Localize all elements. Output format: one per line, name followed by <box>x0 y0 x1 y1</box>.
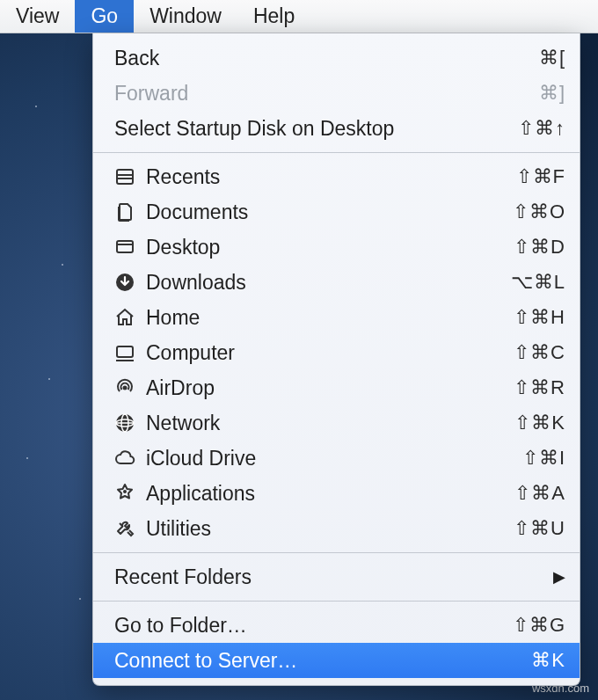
menu-item-forward: Forward ⌘] <box>93 76 580 111</box>
menubar-go[interactable]: Go <box>75 0 134 33</box>
menu-shortcut: ⇧⌘G <box>513 614 565 637</box>
go-menu-dropdown: Back ⌘[ Forward ⌘] Select Startup Disk o… <box>92 33 580 686</box>
documents-icon <box>114 201 146 222</box>
menubar-view[interactable]: View <box>0 0 75 33</box>
menubar: View Go Window Help <box>0 0 598 33</box>
icloud-icon <box>114 448 146 469</box>
menu-label: Computer <box>146 341 514 365</box>
menu-item-airdrop[interactable]: AirDrop ⇧⌘R <box>93 370 580 405</box>
menu-label: Recent Folders <box>114 565 548 589</box>
menu-item-applications[interactable]: Applications ⇧⌘A <box>93 476 580 511</box>
menu-label: Forward <box>114 82 539 106</box>
menu-shortcut: ⇧⌘F <box>516 165 565 188</box>
menu-label: iCloud Drive <box>146 447 522 470</box>
menubar-window[interactable]: Window <box>134 0 237 33</box>
svg-point-8 <box>123 386 128 390</box>
menu-item-back[interactable]: Back ⌘[ <box>93 40 580 76</box>
menu-label: Select Startup Disk on Desktop <box>114 117 518 141</box>
menu-shortcut: ⇧⌘I <box>522 447 565 470</box>
menu-shortcut: ⇧⌘C <box>514 341 565 364</box>
menu-label: Recents <box>146 165 516 189</box>
home-icon <box>114 307 146 328</box>
menu-item-connect-to-server[interactable]: Connect to Server… ⌘K <box>93 643 580 678</box>
airdrop-icon <box>114 377 146 398</box>
menu-label: Documents <box>146 201 513 224</box>
menu-label: AirDrop <box>146 376 514 400</box>
computer-icon <box>114 342 146 363</box>
menu-label: Connect to Server… <box>114 649 531 673</box>
desktop-icon <box>114 237 146 258</box>
menu-label: Applications <box>146 482 514 506</box>
menu-label: Back <box>114 47 539 70</box>
menu-item-documents[interactable]: Documents ⇧⌘O <box>93 194 580 230</box>
menu-label: Home <box>146 306 514 330</box>
svg-point-13 <box>123 490 127 493</box>
svg-rect-0 <box>117 170 133 184</box>
menu-item-computer[interactable]: Computer ⇧⌘C <box>93 335 580 370</box>
menubar-help[interactable]: Help <box>237 0 310 33</box>
menu-label: Downloads <box>146 271 511 295</box>
menu-item-go-to-folder[interactable]: Go to Folder… ⇧⌘G <box>93 608 580 643</box>
menu-item-recents[interactable]: Recents ⇧⌘F <box>93 159 580 194</box>
menu-separator <box>93 552 580 553</box>
menu-item-home[interactable]: Home ⇧⌘H <box>93 300 580 335</box>
menu-item-desktop[interactable]: Desktop ⇧⌘D <box>93 230 580 265</box>
menu-label: Utilities <box>146 517 514 541</box>
recents-icon <box>114 166 146 187</box>
applications-icon <box>114 483 146 504</box>
menu-shortcut: ⇧⌘R <box>514 376 565 399</box>
svg-rect-3 <box>117 241 133 252</box>
menu-item-utilities[interactable]: Utilities ⇧⌘U <box>93 511 580 546</box>
menu-separator <box>93 152 580 153</box>
network-icon <box>114 412 146 434</box>
menu-item-recent-folders[interactable]: Recent Folders ▶ <box>93 559 580 594</box>
menu-shortcut: ⌘] <box>539 82 565 105</box>
menu-shortcut: ⇧⌘A <box>514 482 565 505</box>
menu-item-downloads[interactable]: Downloads ⌥⌘L <box>93 265 580 300</box>
menu-shortcut: ⇧⌘H <box>514 306 565 329</box>
menu-shortcut: ⇧⌘K <box>514 412 565 434</box>
menu-shortcut: ⌥⌘L <box>511 271 565 294</box>
svg-rect-6 <box>117 346 133 357</box>
menu-shortcut: ⇧⌘D <box>514 236 565 259</box>
downloads-icon <box>114 272 146 293</box>
menu-item-network[interactable]: Network ⇧⌘K <box>93 405 580 441</box>
menu-label: Network <box>146 412 514 435</box>
menu-separator <box>93 601 580 602</box>
menu-label: Desktop <box>146 236 514 259</box>
menu-shortcut: ⇧⌘U <box>514 517 565 540</box>
submenu-arrow-icon: ▶ <box>553 567 565 587</box>
menu-label: Go to Folder… <box>114 614 513 638</box>
menu-shortcut: ⇧⌘↑ <box>518 117 565 140</box>
menu-item-icloud-drive[interactable]: iCloud Drive ⇧⌘I <box>93 441 580 476</box>
menu-shortcut: ⌘K <box>531 649 565 672</box>
menu-shortcut: ⌘[ <box>539 47 565 69</box>
menu-shortcut: ⇧⌘O <box>513 201 565 223</box>
utilities-icon <box>114 518 146 539</box>
menu-item-select-startup-disk[interactable]: Select Startup Disk on Desktop ⇧⌘↑ <box>93 111 580 146</box>
